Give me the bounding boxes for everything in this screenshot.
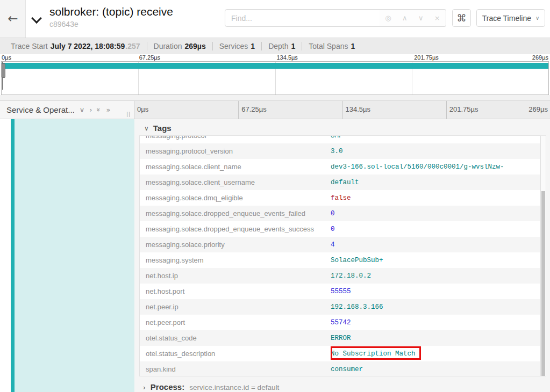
tag-value: 0 — [331, 210, 335, 217]
summary-item: Trace StartJuly 7 2022, 18:08:59.257 — [4, 42, 147, 50]
tag-key: otel.status_code — [140, 334, 331, 342]
annotation-highlight-box — [331, 346, 421, 360]
tag-row: messaging.solace.dmq_eligiblefalse — [140, 190, 540, 206]
tag-row: span.kindconsumer — [140, 361, 540, 376]
tag-row: otel.status_descriptionNo Subscription M… — [140, 346, 540, 361]
summary-item: Services1 — [212, 42, 261, 50]
summary-item: Total Spans1 — [302, 42, 361, 50]
minimap-tick-label: 0µs — [2, 54, 11, 61]
span-row-highlight — [15, 119, 134, 392]
service-operation-label: Service & Operat... — [6, 105, 75, 114]
tag-value: false — [331, 194, 351, 202]
tag-key: net.peer.ip — [140, 303, 331, 311]
minimap-scrubber-handle[interactable] — [2, 63, 5, 78]
tag-value: 55555 — [331, 288, 351, 295]
find-prev-icon[interactable]: ∧ — [402, 14, 408, 22]
tags-section-toggle[interactable]: ∨ Tags — [144, 124, 172, 133]
tag-row: messaging.solace.dropped_enqueue_events_… — [140, 221, 540, 237]
view-selector-label: Trace Timeline — [482, 14, 531, 23]
minimap-span-bar[interactable] — [2, 63, 548, 69]
tag-row: net.peer.ip192.168.3.166 — [140, 299, 540, 315]
command-icon: ⌘ — [457, 12, 467, 24]
summary-item-label: Depth — [268, 42, 288, 50]
tag-key: net.host.ip — [140, 272, 331, 280]
minimap-tick-labels: 0µs67.25µs134.5µs201.75µs269µs — [0, 54, 550, 61]
minimap-tick-label: 67.25µs — [139, 54, 160, 61]
tag-value: 172.18.0.2 — [331, 272, 371, 280]
trace-summary-bar: Trace StartJuly 7 2022, 18:08:59.257Dura… — [0, 38, 550, 54]
tag-value: 4 — [331, 241, 335, 249]
tag-key: messaging.protocol_version — [140, 147, 331, 155]
process-section-toggle[interactable]: › Process: service.instance.id = default — [143, 382, 279, 391]
tag-row: net.host.ip172.18.0.2 — [140, 268, 540, 284]
tag-key: messaging.solace.dropped_enqueue_events_… — [140, 225, 331, 233]
tag-key: messaging.solace.client_username — [140, 178, 331, 186]
tag-row: messaging.solace.client_namedev3-166.sol… — [140, 159, 540, 175]
summary-item-value: 1 — [351, 42, 355, 50]
back-button[interactable]: ← — [3, 9, 23, 28]
tag-key: messaging.protocol — [140, 135, 331, 140]
tag-key: messaging.solace.priority — [140, 241, 331, 249]
process-section-label: Process: — [151, 382, 184, 391]
title-block: solbroker: (topic) receive c89643e — [49, 4, 173, 29]
tag-row: net.host.port55555 — [140, 284, 540, 299]
find-controls: ◎ ∧ ∨ × — [380, 9, 446, 27]
find-next-icon[interactable]: ∨ — [418, 14, 424, 22]
tag-key: messaging.solace.dropped_enqueue_events_… — [140, 209, 331, 217]
tag-value: 192.168.3.166 — [331, 303, 383, 311]
column-resizer-grip[interactable]: || — [126, 111, 131, 117]
find-target-icon[interactable]: ◎ — [385, 14, 391, 22]
summary-item-value: 1 — [291, 42, 296, 50]
tag-row: messaging.solace.dropped_enqueue_events_… — [140, 206, 540, 221]
tags-section-label: Tags — [153, 124, 172, 133]
trace-minimap[interactable] — [1, 61, 549, 95]
tag-value: 3.0 — [331, 148, 343, 155]
collapse-all-icon[interactable]: » — [95, 108, 103, 112]
tag-value: 0 — [331, 226, 335, 233]
scrollbar-thumb[interactable] — [541, 191, 545, 376]
ruler-tick-label: 0µs — [137, 105, 148, 113]
collapse-trace-chevron-icon[interactable] — [33, 14, 41, 23]
find-clear-icon[interactable]: × — [434, 14, 440, 22]
tag-value: dev3-166.sol-local/5160/000c0001/g-wvslN… — [331, 163, 504, 171]
view-selector-button[interactable]: Trace Timeline ∨ — [476, 9, 545, 27]
expand-one-icon[interactable]: › — [89, 106, 92, 114]
summary-item-label: Total Spans — [309, 42, 348, 50]
sort-caret-icon[interactable]: ∨ — [80, 106, 85, 114]
tag-value: SMF — [331, 135, 343, 140]
tag-key: messaging.solace.client_name — [140, 163, 331, 171]
summary-item-value: July 7 2022, 18:08:59 — [51, 42, 125, 50]
span-color-bar — [11, 119, 15, 392]
minimap-tick-label: 269µs — [532, 54, 548, 61]
summary-item-label: Services — [219, 42, 248, 50]
ruler-tick-cell: 0µs — [134, 101, 238, 119]
minimap-lower-strip — [0, 95, 550, 100]
tag-row: net.peer.port55742 — [140, 315, 540, 330]
tag-value: SolacePubSub+ — [331, 257, 383, 264]
tag-row: messaging.protocol_version3.0 — [140, 143, 540, 159]
tag-row: messaging.solace.priority4 — [140, 237, 540, 252]
trace-title: solbroker: (topic) receive — [49, 4, 173, 19]
span-detail-area: ∨ Tags messaging.protocolSMFmessaging.pr… — [0, 119, 550, 392]
tags-chevron-icon: ∨ — [144, 125, 149, 132]
minimap-tick-label: 134.5µs — [277, 54, 298, 61]
tag-value: 55742 — [331, 319, 351, 326]
expand-all-icon[interactable]: » — [106, 106, 110, 114]
tag-value: default — [331, 179, 359, 186]
summary-item-suffix: .257 — [125, 42, 140, 50]
find-input[interactable] — [225, 9, 380, 27]
minimap-tick-label: 201.75µs — [414, 54, 438, 61]
summary-item: Duration269µs — [147, 42, 212, 50]
trace-id: c89643e — [49, 19, 173, 29]
ruler-tick-cell: 134.5µs — [342, 101, 446, 119]
tag-value: consumer — [331, 366, 363, 373]
summary-item-value: 269µs — [184, 42, 205, 50]
service-operation-header: Service & Operat... ∨ › » » || — [0, 101, 134, 119]
tag-key: net.host.port — [140, 287, 331, 295]
keyboard-shortcuts-button[interactable]: ⌘ — [452, 9, 471, 27]
ruler-tick-cell: 201.75µs269µs — [446, 101, 550, 119]
span-row[interactable] — [0, 119, 134, 392]
summary-item-label: Trace Start — [11, 42, 48, 50]
summary-item-value: 1 — [251, 42, 255, 50]
tag-key: net.peer.port — [140, 318, 331, 326]
